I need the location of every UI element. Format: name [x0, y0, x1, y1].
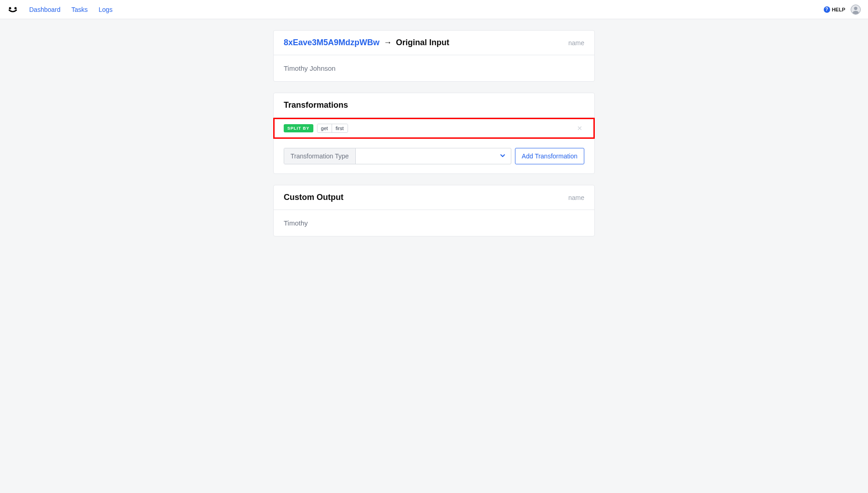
- transformation-type-select[interactable]: Transformation Type: [284, 148, 511, 164]
- custom-output-card: Custom Output name Timothy: [273, 185, 595, 236]
- transformations-card: Transformations SPLIT BY get first ✕ Tra…: [273, 93, 595, 174]
- custom-output-value: Timothy: [274, 210, 594, 236]
- breadcrumb-id-link[interactable]: 8xEave3M5A9MdzpWBw: [284, 38, 379, 47]
- remove-transformation-icon[interactable]: ✕: [575, 125, 584, 132]
- topbar-left: Dashboard Tasks Logs: [7, 4, 113, 15]
- svg-point-3: [854, 6, 857, 10]
- original-input-value: Timothy Johnson: [274, 55, 594, 81]
- transformations-header: Transformations: [274, 93, 594, 118]
- chevron-down-icon: [500, 152, 505, 160]
- main-content: 8xEave3M5A9MdzpWBw → Original Input name…: [0, 19, 868, 247]
- custom-output-title: Custom Output: [284, 193, 343, 202]
- pill-first: first: [332, 124, 348, 132]
- transformation-row[interactable]: SPLIT BY get first ✕: [273, 118, 595, 139]
- topbar-right: ? HELP: [824, 5, 861, 15]
- topbar: Dashboard Tasks Logs ? HELP: [0, 0, 868, 19]
- split-by-badge: SPLIT BY: [284, 124, 313, 132]
- svg-point-1: [15, 7, 17, 9]
- original-input-header: 8xEave3M5A9MdzpWBw → Original Input name: [274, 31, 594, 55]
- help-icon: ?: [824, 6, 830, 13]
- transformation-row-inner: SPLIT BY get first: [284, 124, 348, 133]
- pill-get: get: [317, 124, 332, 132]
- output-meta-label: name: [568, 194, 584, 201]
- original-input-card: 8xEave3M5A9MdzpWBw → Original Input name…: [273, 30, 595, 82]
- transformation-type-label: Transformation Type: [284, 148, 356, 164]
- avatar[interactable]: [851, 5, 861, 15]
- breadcrumb-tail: Original Input: [396, 38, 449, 47]
- arrow-right-icon: →: [384, 38, 392, 47]
- nav-dashboard[interactable]: Dashboard: [29, 6, 61, 13]
- svg-point-0: [9, 7, 11, 9]
- help-button[interactable]: ? HELP: [824, 6, 845, 13]
- transformations-title: Transformations: [284, 100, 348, 110]
- transformation-type-body[interactable]: [356, 148, 511, 164]
- nav-logs[interactable]: Logs: [99, 6, 112, 13]
- pill-group: get first: [317, 124, 348, 133]
- transformations-body: SPLIT BY get first ✕ Transformation Type: [274, 118, 594, 173]
- add-transformation-button[interactable]: Add Transformation: [515, 148, 584, 164]
- custom-output-header: Custom Output name: [274, 185, 594, 210]
- help-label: HELP: [832, 7, 845, 12]
- nav-tasks[interactable]: Tasks: [72, 6, 88, 13]
- add-transformation-row: Transformation Type Add Transformation: [274, 139, 594, 173]
- breadcrumb: 8xEave3M5A9MdzpWBw → Original Input: [284, 38, 449, 47]
- input-meta-label: name: [568, 39, 584, 47]
- logo-icon[interactable]: [7, 4, 18, 15]
